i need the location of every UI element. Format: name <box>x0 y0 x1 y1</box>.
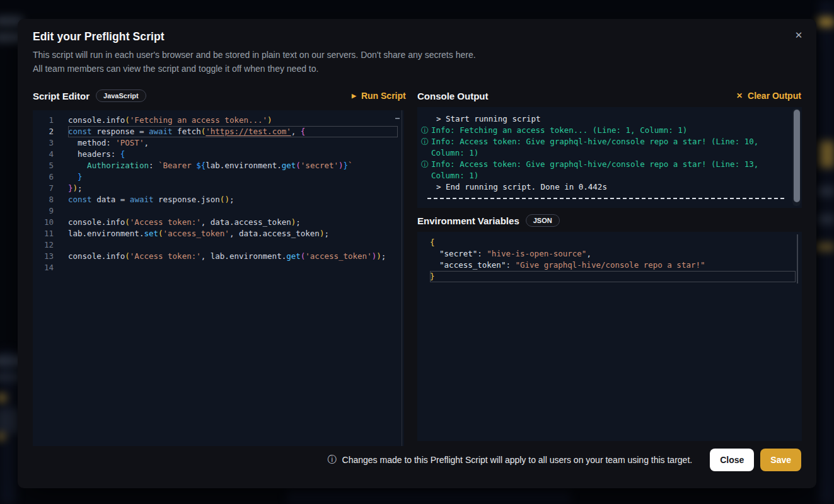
console-scrollbar-thumb[interactable] <box>794 110 800 202</box>
backdrop-blob <box>818 186 834 196</box>
code-line[interactable]: lab.environment.set('access_token', data… <box>68 228 398 239</box>
code-token <box>430 249 439 258</box>
close-icon[interactable]: ✕ <box>791 28 806 43</box>
code-token: ) <box>224 195 229 204</box>
code-line[interactable]: } <box>430 271 796 282</box>
code-token: { <box>430 238 435 247</box>
code-token: set <box>144 229 158 238</box>
line-number: 10 <box>33 217 54 228</box>
code-token: 'Access token:' <box>130 251 201 261</box>
footer-note-text: Changes made to this Preflight Script wi… <box>342 455 693 465</box>
code-line[interactable]: Authorization: `Bearer ${lab.environment… <box>68 160 398 171</box>
code-token: response.json <box>154 195 220 204</box>
code-token: "access_token" <box>439 260 506 270</box>
env-editor-ruler <box>797 234 798 284</box>
info-circle-icon: ⓘ <box>421 125 431 136</box>
code-token: response = <box>92 127 149 136</box>
save-button[interactable]: Save <box>760 449 801 471</box>
console-entry-text: > Start running script <box>431 113 785 125</box>
code-token: ; <box>296 217 301 227</box>
code-token: ( <box>158 229 163 238</box>
code-token: `Bearer <box>158 161 196 170</box>
clear-output-button[interactable]: ✕ Clear Output <box>736 88 801 103</box>
run-script-button[interactable]: ▶ Run Script <box>352 88 406 103</box>
code-token: ; <box>381 251 386 261</box>
code-token: 'Fetching an access token...' <box>130 115 267 125</box>
code-token: ( <box>296 161 301 170</box>
line-number: 13 <box>33 251 54 262</box>
environment-json-lines[interactable]: { "secret": "hive-is-open-source", "acce… <box>417 232 802 441</box>
code-token: ( <box>125 251 130 261</box>
line-number: 2 <box>33 126 54 137</box>
code-line[interactable] <box>68 262 398 273</box>
console-output-heading: Console Output <box>417 91 489 101</box>
code-token: "secret" <box>439 249 477 258</box>
console-output-panel: > Start running scriptⓘInfo: Fetching an… <box>417 107 802 208</box>
code-token <box>68 172 78 181</box>
code-editor[interactable]: 1234567891011121314 console.info('Fetchi… <box>33 110 404 446</box>
code-line[interactable]: }); <box>68 183 398 194</box>
code-token: Authorization <box>87 161 149 170</box>
code-token: console.info <box>68 217 125 227</box>
code-token: , data.access_token <box>229 229 320 238</box>
backdrop-blob <box>820 141 834 168</box>
info-circle-icon: ⓘ <box>421 136 431 159</box>
code-token <box>68 161 87 170</box>
line-number: 12 <box>33 239 54 251</box>
code-line[interactable]: { <box>430 237 796 248</box>
info-icon: ⓘ <box>328 454 337 466</box>
code-token: headers: <box>68 149 120 159</box>
code-lines[interactable]: console.info('Fetching an access token..… <box>63 115 404 446</box>
code-line[interactable] <box>68 239 398 251</box>
code-token: ) <box>339 161 344 170</box>
console-log: > Start running scriptⓘInfo: Fetching an… <box>417 107 802 208</box>
code-token: : <box>477 249 487 258</box>
console-entry-text: Info: Access token: Give graphql-hive/co… <box>431 136 785 159</box>
code-token: console.info <box>68 115 125 125</box>
code-token: console.info <box>68 251 125 261</box>
code-line[interactable]: headers: { <box>68 149 398 160</box>
code-token: data = <box>92 195 130 204</box>
code-token: ) <box>267 115 272 125</box>
code-token: method: <box>68 138 115 147</box>
line-number: 14 <box>33 262 54 273</box>
code-token: } <box>344 161 349 170</box>
code-token: "hive-is-open-source" <box>487 249 586 258</box>
page-backdrop: ✕ Edit your Preflight Script This script… <box>0 0 834 504</box>
line-number: 5 <box>33 160 54 171</box>
code-token: } <box>78 172 83 181</box>
close-button[interactable]: Close <box>710 449 754 471</box>
console-entry-spacer <box>421 113 431 125</box>
code-line[interactable]: const data = await response.json(); <box>68 194 398 205</box>
code-line[interactable]: method: 'POST', <box>68 137 398 149</box>
code-token: 'access_token' <box>163 229 229 238</box>
code-line[interactable]: "secret": "hive-is-open-source", <box>430 248 796 260</box>
code-line[interactable]: const response = await fetch('https://te… <box>68 126 398 137</box>
modal-title: Edit your Preflight Script <box>33 30 165 43</box>
environment-variables-editor[interactable]: { "secret": "hive-is-open-source", "acce… <box>417 232 802 441</box>
code-token: , lab.environment. <box>201 251 286 261</box>
line-number: 6 <box>33 171 54 183</box>
modal-description: This script will run in each user's brow… <box>33 48 476 76</box>
console-entry: > Start running script <box>421 113 785 125</box>
footer-note: ⓘ Changes made to this Preflight Script … <box>328 454 693 466</box>
code-line[interactable]: console.info('Fetching an access token..… <box>68 115 398 126</box>
code-line[interactable]: console.info('Access token:', data.acces… <box>68 217 398 228</box>
info-circle-icon: ⓘ <box>421 159 431 181</box>
code-line[interactable]: "access_token": "Give graphql-hive/conso… <box>430 260 796 271</box>
code-line[interactable] <box>68 205 398 217</box>
line-number: 4 <box>33 149 54 160</box>
code-token: get <box>282 161 296 170</box>
line-number: 1 <box>33 115 54 126</box>
console-entry-text: > End running script. Done in 0.442s <box>431 181 785 193</box>
minimap <box>395 118 400 119</box>
code-token: 'secret' <box>301 161 339 170</box>
code-line[interactable]: console.info('Access token:', lab.enviro… <box>68 251 398 262</box>
editor-right-edge <box>402 110 402 446</box>
code-token: : <box>149 161 158 170</box>
backdrop-blob <box>0 433 5 440</box>
code-token: { <box>120 149 125 159</box>
code-token: { <box>301 127 306 136</box>
code-line[interactable]: } <box>68 171 398 183</box>
code-token: lab.environment. <box>206 161 281 170</box>
